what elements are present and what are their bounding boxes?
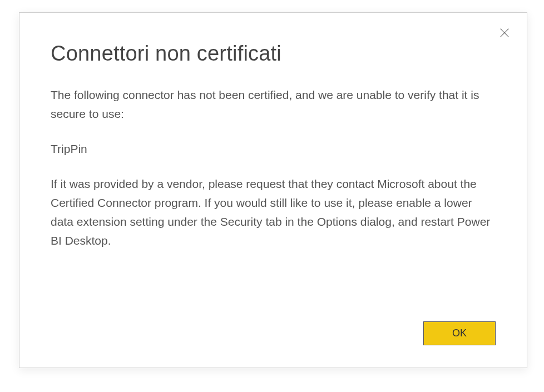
dialog-intro-text: The following connector has not been cer… xyxy=(51,86,496,123)
connector-name: TripPin xyxy=(51,142,496,156)
dialog-detail-text: If it was provided by a vendor, please r… xyxy=(51,175,496,250)
dialog-title: Connettori non certificati xyxy=(51,42,496,66)
dialog-footer: OK xyxy=(423,321,496,345)
uncertified-connectors-dialog: Connettori non certificati The following… xyxy=(19,12,527,368)
close-icon xyxy=(498,27,511,39)
ok-button[interactable]: OK xyxy=(423,321,496,345)
close-button[interactable] xyxy=(497,25,512,41)
